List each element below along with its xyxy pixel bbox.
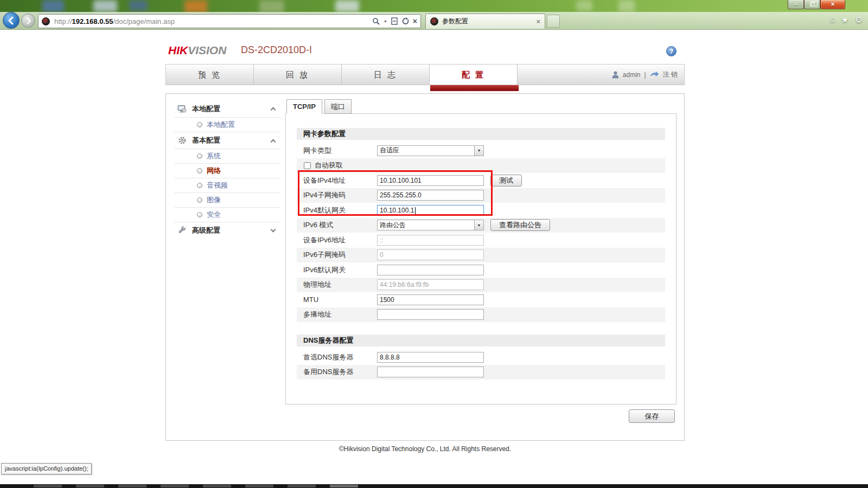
nic-type-label: 网卡类型 xyxy=(297,146,377,156)
forward-button[interactable] xyxy=(21,14,35,28)
status-bar-link-preview: javascript:ia(IpConfig).update(); xyxy=(1,463,92,474)
window-controls: – × xyxy=(788,0,845,9)
mtu-label: MTU xyxy=(297,296,377,304)
browser-tab[interactable]: 参数配置 × xyxy=(425,14,545,29)
content-tab-tcpip[interactable]: TCP/IP xyxy=(286,99,322,114)
row-ipv6-mode: IPv6 模式 路由公告 ▼ 查看路由公告 xyxy=(297,218,665,233)
compatibility-view-icon[interactable] xyxy=(391,17,398,25)
chevron-up-icon xyxy=(271,107,276,113)
save-button[interactable]: 保存 xyxy=(629,409,675,423)
help-button[interactable]: ? xyxy=(666,46,676,56)
sidebar-item-audio-video[interactable]: 音视频 xyxy=(174,178,280,192)
refresh-icon[interactable] xyxy=(401,17,409,25)
tab-configuration[interactable]: 配 置 xyxy=(430,65,518,85)
main-panel: TCP/IP 端口 网卡参数配置 网卡类型 自适应 ▼ 自动获取 xyxy=(285,99,676,404)
dhcp-checkbox[interactable] xyxy=(304,162,311,169)
test-button[interactable]: 测试 xyxy=(490,175,522,187)
sidebar-item-image[interactable]: 图像 xyxy=(174,192,280,207)
ipv6-mode-value: 路由公告 xyxy=(380,221,474,230)
ipv4-address-input[interactable] xyxy=(377,175,484,186)
row-dns-primary: 首选DNS服务器 xyxy=(297,350,665,365)
ipv6-address-label: 设备IPv6地址 xyxy=(297,235,377,245)
tab-log[interactable]: 日 志 xyxy=(342,65,430,85)
back-button[interactable] xyxy=(3,12,20,29)
search-dropdown-icon[interactable]: ▼ xyxy=(384,20,387,23)
multicast-input[interactable] xyxy=(377,309,484,320)
chevron-down-icon xyxy=(271,227,276,233)
row-ipv4-address: 设备IPv4地址 测试 xyxy=(297,173,665,188)
taskbar-button xyxy=(76,485,104,487)
local-config-icon xyxy=(177,105,187,113)
sidebar-item-network[interactable]: 网络 xyxy=(174,163,280,178)
tab-preview[interactable]: 预 览 xyxy=(166,65,254,85)
ipv4-mask-input[interactable] xyxy=(377,190,484,201)
view-router-advertisement-button[interactable]: 查看路由公告 xyxy=(490,219,550,231)
row-multicast: 多播地址 xyxy=(297,307,665,323)
new-tab-button[interactable] xyxy=(547,15,560,28)
ipv4-address-label: 设备IPv4地址 xyxy=(297,176,377,185)
sidebar-item-local-config[interactable]: 本地配置 xyxy=(174,117,280,132)
forward-arrow-icon xyxy=(25,17,32,24)
settings-gear-icon[interactable]: ⚙ xyxy=(855,15,863,25)
back-arrow-icon xyxy=(7,16,16,25)
mtu-input[interactable] xyxy=(377,294,484,305)
ipv6-mode-select[interactable]: 路由公告 ▼ xyxy=(377,220,484,230)
row-dns-secondary: 备用DNS服务器 xyxy=(297,365,665,380)
sidebar-item-label: 系统 xyxy=(207,151,221,161)
desktop-icon-blur xyxy=(42,0,64,12)
logout-link[interactable]: 注 销 xyxy=(663,70,678,79)
radio-circle-icon xyxy=(197,197,202,203)
dns-primary-input[interactable] xyxy=(377,352,484,363)
sidebar-item-label: 本地配置 xyxy=(207,120,235,130)
ipv6-mode-label: IPv6 模式 xyxy=(297,220,377,230)
search-icon[interactable] xyxy=(372,17,380,25)
ipv4-gateway-input[interactable] xyxy=(377,205,484,216)
sidebar-group-local-config[interactable]: 本地配置 xyxy=(174,100,280,117)
row-ipv6-mask: IPv6子网掩码 xyxy=(297,248,665,263)
page-content: HIKVISION DS-2CD2010D-I ? 预 览 回 放 日 志 配 … xyxy=(0,30,868,484)
copyright-footer: ©Hikvision Digital Technology Co., Ltd. … xyxy=(165,445,685,453)
ipv4-mask-label: IPv4子网掩码 xyxy=(297,190,377,200)
sidebar-item-system[interactable]: 系统 xyxy=(174,149,280,163)
url-host: 192.168.0.55 xyxy=(72,17,113,25)
restore-icon xyxy=(810,2,815,7)
chevron-up-icon xyxy=(271,139,276,144)
dns-secondary-input[interactable] xyxy=(377,367,484,377)
radio-circle-icon xyxy=(197,168,202,174)
advanced-config-wrench-icon xyxy=(178,226,187,235)
dropdown-arrow-icon[interactable]: ▼ xyxy=(474,146,483,156)
multicast-label: 多播地址 xyxy=(297,310,377,319)
sidebar-group-basic-config[interactable]: 基本配置 xyxy=(174,132,280,149)
url-text[interactable]: http://192.168.0.55/doc/page/main.asp xyxy=(54,17,372,25)
row-ipv6-address: 设备IPv6地址 xyxy=(297,233,665,248)
url-protocol: http:// xyxy=(54,17,72,25)
nav-divider: | xyxy=(644,71,646,79)
home-icon[interactable]: ⌂ xyxy=(830,15,835,25)
desktop-icon-blur xyxy=(618,0,635,12)
favorites-star-icon[interactable]: ★ xyxy=(841,15,848,25)
nic-type-select[interactable]: 自适应 ▼ xyxy=(377,145,484,156)
sidebar-group-advanced-config[interactable]: 高级配置 xyxy=(174,222,280,239)
site-favicon-icon xyxy=(42,17,50,25)
sidebar-group-label: 基本配置 xyxy=(192,136,220,145)
logo-vision: VISION xyxy=(188,44,226,56)
close-button[interactable]: × xyxy=(820,0,845,9)
desktop-icon-blur xyxy=(93,0,117,12)
sidebar-item-label: 音视频 xyxy=(207,181,228,190)
restore-button[interactable] xyxy=(804,0,820,9)
stop-icon[interactable]: × xyxy=(413,17,417,25)
content-tab-port[interactable]: 端口 xyxy=(324,99,352,114)
row-dhcp: 自动获取 xyxy=(297,158,665,174)
row-mac-address: 物理地址 xyxy=(297,278,665,293)
dropdown-arrow-icon[interactable]: ▼ xyxy=(474,220,483,230)
address-bar[interactable]: http://192.168.0.55/doc/page/main.asp ▼ … xyxy=(38,14,421,28)
ipv6-gateway-input[interactable] xyxy=(377,265,484,275)
sidebar-item-label: 图像 xyxy=(207,195,221,205)
minimize-button[interactable]: – xyxy=(788,0,804,9)
tab-playback[interactable]: 回 放 xyxy=(254,65,342,85)
hikvision-logo: HIKVISION xyxy=(168,44,226,57)
tab-close-icon[interactable]: × xyxy=(536,17,540,25)
sidebar-item-security[interactable]: 安全 xyxy=(174,207,280,222)
mac-address-label: 物理地址 xyxy=(297,280,377,290)
nic-type-value: 自适应 xyxy=(380,146,474,155)
